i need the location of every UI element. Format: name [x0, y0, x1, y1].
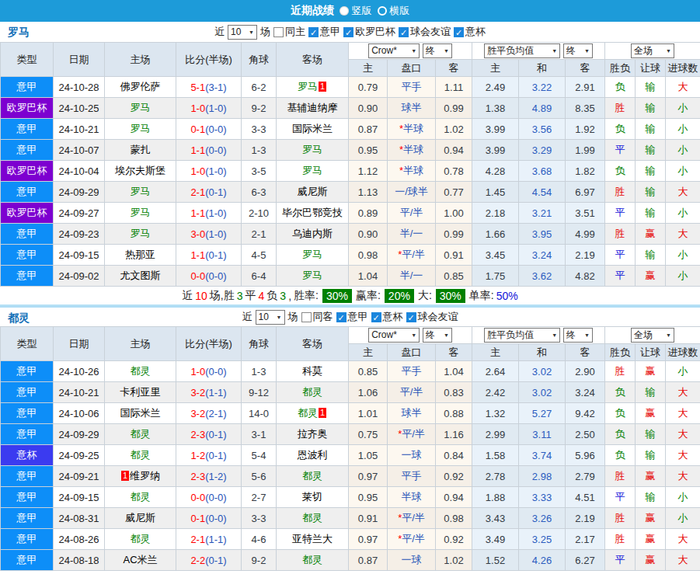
- league-filter-coppa[interactable]: 意杯: [454, 25, 486, 39]
- avg-final-select[interactable]: 终: [563, 328, 593, 343]
- team-link[interactable]: 罗马: [302, 270, 322, 281]
- team-link[interactable]: 罗马: [131, 186, 151, 197]
- team-link[interactable]: 佛罗伦萨: [120, 81, 161, 92]
- league-filter-serie-a[interactable]: 意甲: [308, 25, 340, 39]
- league-filter-europa[interactable]: 欧罗巴杯: [343, 25, 395, 39]
- team-link[interactable]: 都灵: [302, 554, 322, 565]
- league-filter-friendly[interactable]: 球会友谊: [399, 25, 451, 39]
- team-link[interactable]: 科莫: [302, 365, 322, 377]
- team-link[interactable]: 亚特兰大: [292, 533, 333, 545]
- league-filter-coppa[interactable]: 意杯: [371, 310, 403, 324]
- scope-select[interactable]: 全场: [631, 328, 674, 343]
- league-filter-serie-a[interactable]: 意甲: [336, 310, 368, 324]
- team-link[interactable]: 罗马: [131, 102, 151, 113]
- avg-final-select[interactable]: 终: [563, 43, 593, 58]
- checkbox-checked-icon[interactable]: [406, 312, 416, 322]
- team-link[interactable]: 罗马: [302, 144, 322, 155]
- same-away-filter[interactable]: 同客: [301, 310, 333, 324]
- team-link[interactable]: 乌迪内斯: [292, 228, 333, 239]
- team-link[interactable]: 罗马: [131, 207, 151, 218]
- odds-provider-select[interactable]: Crow*: [368, 43, 420, 58]
- team-link[interactable]: 热那亚: [125, 249, 155, 260]
- avg-home-value: 1.88: [472, 487, 519, 508]
- odds-handicap-line: 半/一: [388, 266, 436, 287]
- odds-final-select[interactable]: 终: [423, 43, 452, 58]
- team-link[interactable]: 毕尔巴鄂竞技: [282, 207, 343, 218]
- team-link[interactable]: 罗马: [131, 228, 151, 239]
- team-link[interactable]: 威尼斯: [298, 186, 328, 197]
- odds-handicap-line: 半球: [388, 487, 436, 508]
- team-link[interactable]: 拉齐奥: [298, 428, 328, 440]
- team-link[interactable]: 维罗纳: [130, 470, 160, 482]
- cover-rate-badge: 20%: [385, 289, 414, 303]
- team-link[interactable]: 都灵: [131, 428, 151, 440]
- team-link[interactable]: 蒙扎: [131, 144, 151, 155]
- team-link[interactable]: 国际米兰: [292, 123, 333, 134]
- team-link[interactable]: 都灵: [131, 449, 151, 461]
- radio-unselected-icon[interactable]: [378, 6, 387, 16]
- team-link[interactable]: 都灵: [131, 533, 151, 545]
- avg-type-select[interactable]: 胜平负均值: [484, 328, 560, 343]
- team-name-roma[interactable]: 罗马: [8, 22, 30, 42]
- result-goals: 小: [666, 245, 700, 266]
- team-name-torino[interactable]: 都灵: [8, 308, 30, 328]
- checkbox-checked-icon[interactable]: [399, 27, 409, 37]
- team-link[interactable]: 罗马: [302, 249, 322, 260]
- odds-handicap-line: 球半: [388, 98, 436, 119]
- team-link[interactable]: 罗马: [298, 81, 318, 92]
- avg-away-value: 4.99: [566, 224, 605, 245]
- league-badge: 意甲: [1, 382, 54, 403]
- scope-select[interactable]: 全场: [631, 43, 674, 58]
- checkbox-checked-icon[interactable]: [371, 312, 381, 322]
- team-link[interactable]: 威尼斯: [125, 512, 155, 524]
- col-odds-away: 客: [436, 60, 472, 77]
- result-goals: 小: [666, 487, 700, 508]
- team-link[interactable]: 尤文图斯: [120, 270, 161, 281]
- team-link[interactable]: 都灵: [131, 365, 151, 377]
- checkbox-unchecked-icon[interactable]: [301, 312, 312, 322]
- avg-home-value: 3.43: [472, 508, 519, 529]
- team-link[interactable]: 罗马: [131, 123, 151, 134]
- match-row: 意甲24-08-26都灵2-1(1-1)4-6亚特兰大0.97*平/半0.923…: [1, 529, 700, 550]
- team-link[interactable]: 都灵: [302, 470, 322, 482]
- avg-draw-value: 5.27: [519, 403, 566, 424]
- checkbox-checked-icon[interactable]: [343, 27, 353, 37]
- checkbox-checked-icon[interactable]: [454, 27, 464, 37]
- avg-home-value: 1.45: [472, 182, 519, 203]
- checkbox-unchecked-icon[interactable]: [273, 27, 284, 37]
- checkbox-checked-icon[interactable]: [336, 312, 347, 322]
- team-link[interactable]: 恩波利: [298, 449, 328, 461]
- odds-provider-select[interactable]: Crow*: [368, 328, 420, 343]
- team-link[interactable]: 基辅迪纳摩: [287, 102, 338, 113]
- fulltime-score: 2-3: [190, 471, 205, 482]
- radio-selected-icon[interactable]: [340, 6, 349, 16]
- odds-handicap-line: *平/半: [388, 424, 436, 445]
- home-team: 热那亚: [105, 245, 176, 266]
- team-link[interactable]: 卡利亚里: [120, 386, 161, 398]
- team-link[interactable]: 都灵: [131, 491, 151, 503]
- layout-radio-vertical[interactable]: 竖版: [340, 4, 372, 18]
- league-filter-friendly[interactable]: 球会友谊: [406, 310, 458, 324]
- match-count-select[interactable]: 10: [256, 310, 285, 325]
- team-link[interactable]: 埃尔夫斯堡: [115, 165, 165, 176]
- team-link[interactable]: 都灵: [302, 512, 322, 524]
- team-link[interactable]: 都灵: [298, 407, 318, 419]
- match-count-select[interactable]: 10: [228, 25, 257, 40]
- checkbox-checked-icon[interactable]: [308, 27, 319, 37]
- avg-home-value: 1.58: [472, 445, 519, 466]
- odds-home-value: 0.87: [349, 550, 388, 571]
- team-link[interactable]: AC米兰: [123, 554, 157, 565]
- result-handicap: 输: [636, 445, 666, 466]
- team-link[interactable]: 都灵: [302, 386, 322, 398]
- away-team: 都灵: [277, 466, 349, 487]
- team-link[interactable]: 罗马: [302, 165, 322, 176]
- odds-final-select[interactable]: 终: [423, 328, 452, 343]
- layout-radio-horizontal[interactable]: 横版: [378, 4, 410, 18]
- match-date: 24-09-21: [54, 466, 105, 487]
- avg-type-select[interactable]: 胜平负均值: [484, 43, 560, 58]
- home-team: 威尼斯: [105, 508, 176, 529]
- team-link[interactable]: 国际米兰: [120, 407, 161, 419]
- league-badge: 意甲: [1, 224, 54, 245]
- team-link[interactable]: 莱切: [302, 491, 322, 503]
- same-home-filter[interactable]: 同主: [273, 25, 305, 39]
